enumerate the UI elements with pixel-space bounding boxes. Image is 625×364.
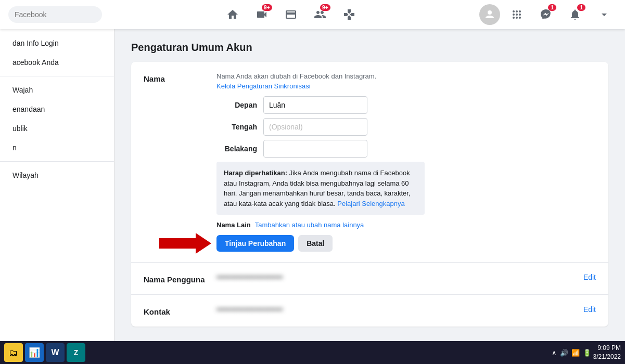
- messenger-button[interactable]: 1: [533, 2, 558, 27]
- last-name-label: Belakang: [216, 145, 263, 153]
- notifications-button[interactable]: 1: [563, 2, 588, 27]
- cancel-button[interactable]: Batal: [298, 235, 333, 252]
- content-area: Pengaturan Umum Akun Nama Nama Anda akan…: [114, 29, 625, 341]
- nav-center-icons: 9+ 9+: [102, 2, 479, 27]
- username-settings-row: Nama Pengguna ••••••••••••••••••••••••••…: [131, 263, 608, 295]
- svg-point-0: [488, 10, 492, 15]
- sync-link[interactable]: Kelola Pengaturan Sinkronisasi: [216, 82, 596, 90]
- contact-blurred: ••••••••••••••••••••••••••: [216, 305, 283, 314]
- middle-name-input[interactable]: [263, 118, 367, 136]
- taskbar-caret-icon[interactable]: ∧: [552, 349, 557, 357]
- red-arrow-icon: [159, 233, 211, 254]
- sidebar-divider-1: [0, 76, 114, 76]
- video-badge: 9+: [262, 4, 272, 11]
- arrow-container: [159, 233, 211, 254]
- contact-label: Kontak: [144, 305, 216, 316]
- top-navigation: 9+ 9+ 1 1: [0, 0, 625, 29]
- sidebar-item-facebook[interactable]: acebook Anda: [4, 53, 110, 72]
- svg-point-3: [519, 10, 521, 12]
- other-names-row: Nama Lain Tambahkan atau ubah nama lainn…: [216, 221, 596, 229]
- contact-edit-button[interactable]: Edit: [583, 305, 596, 314]
- contact-settings-row: Kontak •••••••••••••••••••••••••• Edit: [131, 295, 608, 327]
- notifications-badge: 1: [577, 4, 585, 11]
- groups-nav-button[interactable]: 9+: [308, 2, 333, 27]
- action-row: Tinjau Perubahan Batal: [216, 235, 596, 252]
- svg-point-5: [516, 14, 518, 16]
- contact-value: ••••••••••••••••••••••••••: [216, 305, 583, 314]
- middle-name-row: Tengah: [216, 118, 596, 136]
- marketplace-nav-button[interactable]: [278, 2, 303, 27]
- main-wrapper: dan Info Login acebook Anda Wajah enanda…: [0, 29, 625, 341]
- other-names-label: Nama Lain: [216, 221, 251, 229]
- username-label: Nama Pengguna: [144, 273, 216, 284]
- taskbar-network-icon[interactable]: 🔊: [560, 349, 568, 357]
- sidebar-item-region[interactable]: Wilayah: [4, 166, 110, 185]
- nav-right-icons: 1 1: [479, 2, 617, 27]
- taskbar-datetime: 9:09 PM 3/21/2022: [593, 344, 621, 361]
- name-label: Nama: [144, 72, 216, 83]
- notice-bold: Harap diperhatikan:: [224, 169, 287, 177]
- taskbar-app-word[interactable]: W: [46, 343, 65, 362]
- taskbar-battery-icon[interactable]: 🔋: [583, 349, 591, 357]
- page-title: Pengaturan Umum Akun: [131, 42, 608, 54]
- sidebar-item-face[interactable]: Wajah: [4, 81, 110, 99]
- sidebar-item-marking[interactable]: enandaan: [4, 100, 110, 119]
- first-name-row: Depan: [216, 96, 596, 114]
- sidebar-divider-2: [0, 161, 114, 162]
- sidebar-item-login-info[interactable]: dan Info Login: [4, 34, 110, 53]
- taskbar-date: 3/21/2022: [593, 353, 621, 361]
- taskbar: 🗂 📊 W Z ∧ 🔊 📶 🔋 9:09 PM 3/21/2022: [0, 341, 625, 364]
- name-form: Nama Anda akan diubah di Facebook dan In…: [216, 72, 596, 252]
- middle-name-label: Tengah: [216, 123, 263, 131]
- notice-box: Harap diperhatikan: Jika Anda mengubah n…: [216, 162, 425, 215]
- svg-marker-10: [159, 233, 211, 254]
- svg-point-7: [513, 17, 515, 19]
- groups-badge: 9+: [320, 4, 330, 11]
- settings-card: Nama Nama Anda akan diubah di Facebook d…: [131, 62, 608, 327]
- gaming-nav-button[interactable]: [337, 2, 362, 27]
- taskbar-system-icons: ∧ 🔊 📶 🔋: [552, 349, 591, 357]
- username-edit-button[interactable]: Edit: [583, 273, 596, 281]
- search-input[interactable]: [8, 6, 102, 23]
- sync-text: Nama Anda akan diubah di Facebook dan In…: [216, 72, 596, 80]
- taskbar-wifi-icon[interactable]: 📶: [571, 349, 580, 357]
- username-blurred: ••••••••••••••••••••••••••: [216, 273, 283, 281]
- last-name-input[interactable]: [263, 140, 367, 158]
- taskbar-time: 9:09 PM: [593, 344, 621, 353]
- video-nav-button[interactable]: 9+: [249, 2, 274, 27]
- sidebar-item-public[interactable]: ublik: [4, 119, 110, 138]
- svg-point-4: [513, 14, 515, 16]
- first-name-input[interactable]: [263, 96, 367, 114]
- svg-point-8: [516, 17, 518, 19]
- svg-point-1: [513, 10, 515, 12]
- notice-learn-link[interactable]: Pelajari Selengkapnya: [337, 200, 404, 207]
- settings-sidebar: dan Info Login acebook Anda Wajah enanda…: [0, 29, 114, 341]
- svg-point-9: [519, 17, 521, 19]
- name-settings-row: Nama Nama Anda akan diubah di Facebook d…: [131, 62, 608, 263]
- account-dropdown-button[interactable]: [592, 2, 617, 27]
- first-name-label: Depan: [216, 101, 263, 109]
- sidebar-item-other[interactable]: n: [4, 138, 110, 157]
- svg-point-6: [519, 14, 521, 16]
- taskbar-app-zalo[interactable]: Z: [67, 343, 85, 362]
- review-changes-button[interactable]: Tinjau Perubahan: [216, 235, 294, 252]
- home-nav-button[interactable]: [220, 2, 245, 27]
- messenger-badge: 1: [548, 4, 556, 11]
- user-avatar[interactable]: [479, 4, 500, 25]
- nav-logo-area: [8, 6, 102, 23]
- other-names-link[interactable]: Tambahkan atau ubah nama lainnya: [255, 221, 364, 229]
- taskbar-app-folder[interactable]: 🗂: [4, 343, 23, 362]
- taskbar-app-sheets[interactable]: 📊: [25, 343, 44, 362]
- apps-grid-button[interactable]: [504, 2, 529, 27]
- svg-point-2: [516, 10, 518, 12]
- last-name-row: Belakang: [216, 140, 596, 158]
- username-value: ••••••••••••••••••••••••••: [216, 273, 583, 281]
